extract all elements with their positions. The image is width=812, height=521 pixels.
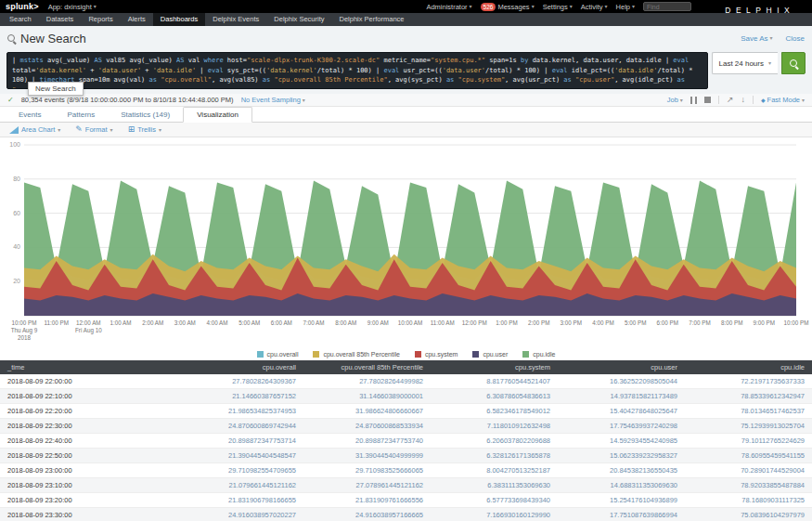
cell-value[interactable]: 78.60955459541155 <box>685 449 812 463</box>
nav-item-delphix-performance[interactable]: Delphix Performance <box>332 13 412 26</box>
cell-value[interactable]: 15.404278648025647 <box>558 404 685 419</box>
cell-value[interactable]: 14.688311353069630 <box>558 478 685 493</box>
search-mode-menu[interactable]: ◆ Fast Mode ▾ <box>761 96 805 104</box>
cell-value[interactable]: 15.254176104936899 <box>558 493 685 508</box>
cell-value[interactable]: 78.16809031117325 <box>685 493 812 508</box>
cell-value[interactable]: 24.916038957166665 <box>303 508 431 521</box>
cell-time[interactable]: 2018-08-09 22:40:00 <box>0 434 176 449</box>
cell-time[interactable]: 2018-08-09 23:10:00 <box>0 478 176 493</box>
legend-item-cpu-overall[interactable]: cpu.overall <box>257 351 299 358</box>
cell-time[interactable]: 2018-08-09 22:30:00 <box>0 419 176 434</box>
nav-item-delphix-events[interactable]: Delphix Events <box>205 13 266 26</box>
cell-value[interactable]: 29.710982554709655 <box>176 463 303 478</box>
cell-time[interactable]: 2018-08-09 22:20:00 <box>0 404 176 419</box>
column-header-cpu-system[interactable]: cpu.system <box>431 360 558 374</box>
cell-value[interactable]: 8.817760544521407 <box>431 374 558 389</box>
legend-item-cpu-user[interactable]: cpu.user <box>472 351 508 358</box>
legend-item-cpu-idle[interactable]: cpu.idle <box>522 351 555 358</box>
cell-value[interactable]: 27.78028264499982 <box>303 374 431 389</box>
app-menu[interactable]: App: dxinsight ▾ <box>48 3 97 11</box>
cell-value[interactable]: 79.10112765224629 <box>685 434 812 449</box>
pause-icon[interactable] <box>690 97 697 104</box>
cell-value[interactable]: 27.078961445121162 <box>303 478 431 493</box>
cell-value[interactable]: 20.898872347753714 <box>176 434 303 449</box>
cell-value[interactable]: 31.390445404999999 <box>303 449 431 463</box>
nav-item-delphix-security[interactable]: Delphix Security <box>266 13 331 26</box>
cell-value[interactable]: 21.079661445121162 <box>176 478 303 493</box>
cell-value[interactable]: 24.916038957020227 <box>176 508 303 521</box>
format-button[interactable]: ✎ Format ▾ <box>75 125 112 134</box>
cell-value[interactable]: 24.870600869742944 <box>176 419 303 434</box>
cell-value[interactable]: 6.328126171365878 <box>431 449 558 463</box>
cell-time[interactable]: 2018-08-09 22:00:00 <box>0 374 176 389</box>
settings-menu[interactable]: Settings ▾ <box>543 3 573 11</box>
event-sampling-menu[interactable]: No Event Sampling ▾ <box>241 96 305 104</box>
search-button[interactable] <box>781 52 806 74</box>
cell-value[interactable]: 21.831909761666556 <box>303 493 431 508</box>
cell-value[interactable]: 20.898872347753740 <box>303 434 431 449</box>
column-header--time[interactable]: _time <box>0 360 176 374</box>
cell-value[interactable]: 7.166930160129990 <box>431 508 558 521</box>
share-icon[interactable]: ↗ <box>727 96 734 104</box>
cell-value[interactable]: 21.390445404548547 <box>176 449 303 463</box>
cell-value[interactable]: 6.582346178549012 <box>431 404 558 419</box>
cell-time[interactable]: 2018-08-09 22:50:00 <box>0 449 176 463</box>
admin-menu[interactable]: Administrator ▾ <box>426 3 471 11</box>
column-header-cpu-user[interactable]: cpu.user <box>558 360 685 374</box>
cell-time[interactable]: 2018-08-09 23:00:00 <box>0 463 176 478</box>
cell-value[interactable]: 78.01346517462537 <box>685 404 812 419</box>
cell-value[interactable]: 17.751087639866994 <box>558 508 685 521</box>
splunk-logo[interactable]: splunk> <box>6 2 39 11</box>
cell-value[interactable]: 17.754639937240298 <box>558 419 685 434</box>
cell-value[interactable]: 70.28901744529004 <box>685 463 812 478</box>
cell-value[interactable]: 6.206037802209688 <box>431 434 558 449</box>
cell-value[interactable]: 24.870600868533934 <box>303 419 431 434</box>
export-icon[interactable]: ↓ <box>741 96 745 104</box>
cell-value[interactable]: 31.14660389000001 <box>303 389 431 404</box>
chart-type-button[interactable]: Area Chart ▾ <box>9 125 60 134</box>
cell-value[interactable]: 27.78028264309367 <box>176 374 303 389</box>
cell-value[interactable]: 15.062339232958327 <box>558 449 685 463</box>
messages-menu[interactable]: 526 Messages ▾ <box>481 3 535 11</box>
close-button[interactable]: Close <box>786 34 805 43</box>
trellis-button[interactable]: ⊞ Trellis ▾ <box>128 125 161 134</box>
cell-value[interactable]: 7.118010912632498 <box>431 419 558 434</box>
cell-value[interactable]: 6.577733698439340 <box>431 493 558 508</box>
cell-value[interactable]: 75.12939913025704 <box>685 419 812 434</box>
cell-value[interactable]: 75.08396104297979 <box>685 508 812 521</box>
legend-item-cpu-system[interactable]: cpu.system <box>415 351 458 358</box>
cell-time[interactable]: 2018-08-09 23:20:00 <box>0 493 176 508</box>
tab-visualization[interactable]: Visualization <box>183 107 252 123</box>
stop-icon[interactable] <box>704 97 711 103</box>
cell-value[interactable]: 78.92033855487884 <box>685 478 812 493</box>
cell-value[interactable]: 14.592934554240985 <box>558 434 685 449</box>
nav-item-dashboards[interactable]: Dashboards <box>153 13 205 26</box>
cell-value[interactable]: 14.937815821173489 <box>558 389 685 404</box>
tab-patterns[interactable]: Patterns <box>54 108 108 122</box>
save-as-button[interactable]: Save As ▾ <box>741 34 772 43</box>
column-header-cpu-idle[interactable]: cpu.idle <box>685 360 812 374</box>
cell-value[interactable]: 16.362522098505044 <box>558 374 685 389</box>
column-header-cpu-overall[interactable]: cpu.overall <box>176 360 303 374</box>
cell-value[interactable]: 31.986624806660667 <box>303 404 431 419</box>
help-menu[interactable]: Help ▾ <box>616 3 635 11</box>
tab-statistics-149-[interactable]: Statistics (149) <box>108 108 183 122</box>
cell-value[interactable]: 6.308786054836613 <box>431 389 558 404</box>
job-menu[interactable]: Job ▾ <box>667 96 683 104</box>
nav-item-search[interactable]: Search <box>2 13 39 26</box>
cell-value[interactable]: 20.845382136550435 <box>558 463 685 478</box>
cell-time[interactable]: 2018-08-09 22:10:00 <box>0 389 176 404</box>
legend-item-cpu-overall-85th-percentile[interactable]: cpu.overall 85th Percentile <box>313 351 400 358</box>
cell-value[interactable]: 21.14660387657152 <box>176 389 303 404</box>
cell-value[interactable]: 72.21971735637333 <box>685 374 812 389</box>
search-input[interactable]: | mstats avg(_value) AS val85 avg(_value… <box>6 52 708 89</box>
cell-value[interactable]: 21.831906798166655 <box>176 493 303 508</box>
cell-time[interactable]: 2018-08-09 23:30:00 <box>0 508 176 521</box>
cell-value[interactable]: 21.986534825374953 <box>176 404 303 419</box>
cell-value[interactable]: 6.383111353069630 <box>431 478 558 493</box>
nav-item-reports[interactable]: Reports <box>81 13 120 26</box>
nav-item-alerts[interactable]: Alerts <box>121 13 153 26</box>
column-header-cpu-overall-85th-percentile[interactable]: cpu.overall 85th Percentile <box>303 360 431 374</box>
find-input[interactable] <box>643 2 691 11</box>
time-range-picker[interactable]: Last 24 hours ▾ <box>712 52 779 74</box>
